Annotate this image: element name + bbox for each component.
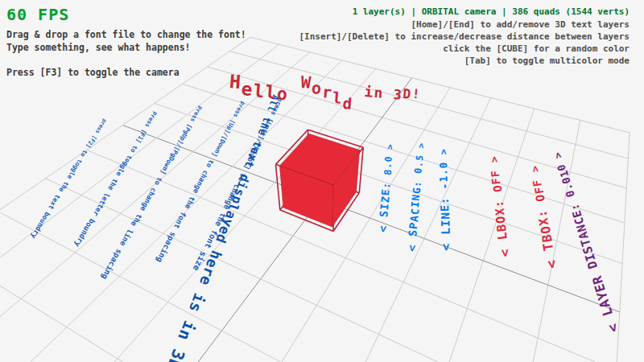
cube-wireframe	[275, 164, 279, 210]
char-3d: .	[415, 160, 424, 167]
hint-cube-color: click the [CUBE] for a random color	[299, 43, 630, 55]
status-panel: 1 layer(s) | ORBITAL camera | 386 quads …	[299, 6, 630, 67]
char-3d: !	[411, 88, 421, 101]
char-3d: Z	[380, 195, 391, 204]
char-3d	[440, 235, 452, 243]
char-3d: N	[411, 193, 422, 201]
char-3d: .	[383, 162, 394, 169]
char-3d: E	[381, 188, 392, 196]
char-3d: O	[495, 215, 508, 224]
char-3d: L	[497, 231, 510, 241]
fps-counter: 60 FPS	[6, 5, 69, 24]
char-3d: 0	[414, 167, 424, 174]
cube-wireframe	[359, 147, 363, 192]
char-3d: :	[493, 200, 506, 208]
char-3d	[416, 148, 426, 155]
char-3d: X	[494, 207, 507, 216]
hint-layers: [Home]/[End] to add/remove 3D text layer…	[299, 19, 630, 31]
char-3d: 0	[384, 155, 394, 162]
char-3d	[497, 239, 511, 249]
char-3d: 5	[415, 154, 425, 162]
char-3d: G	[412, 187, 423, 195]
char-3d	[382, 175, 393, 183]
char-3d: >	[416, 142, 426, 149]
char-3d: <	[406, 244, 418, 253]
char-3d	[407, 236, 419, 245]
char-3d: :	[382, 181, 392, 189]
char-3d: C	[410, 208, 421, 216]
char-3d: I	[379, 202, 390, 210]
char-3d: :	[440, 196, 451, 204]
char-3d: N	[440, 212, 451, 220]
char-3d: 8	[382, 168, 393, 175]
char-3d	[288, 77, 301, 95]
char-3d: 1	[439, 175, 449, 183]
char-3d: E	[440, 204, 451, 212]
char-3d: S	[378, 209, 390, 218]
char-3d: O	[492, 184, 504, 193]
char-3d: :	[412, 180, 423, 188]
option-line: < LINE: -1.0 >	[439, 148, 453, 251]
char-3d: -	[440, 183, 450, 190]
hint-multicolor: [Tab] to toggle multicolor mode	[299, 55, 630, 67]
status-line: 1 layer(s) | ORBITAL camera | 386 quads …	[299, 6, 630, 18]
char-3d: <	[440, 243, 452, 251]
char-3d: B	[496, 223, 509, 232]
char-3d: P	[408, 221, 419, 229]
char-3d: S	[407, 228, 419, 237]
char-3d: F	[491, 176, 503, 185]
char-3d	[385, 149, 394, 156]
hint-layer-distance: [Insert]/[Delete] to increase/decrease d…	[299, 31, 630, 43]
char-3d: A	[409, 214, 420, 222]
char-3d: >	[386, 143, 395, 150]
grid-line-z	[0, 250, 601, 362]
char-3d: 0	[439, 162, 449, 169]
char-3d	[378, 216, 390, 225]
grid-line-z	[0, 212, 607, 362]
char-3d: I	[411, 200, 422, 208]
char-3d	[489, 162, 501, 171]
char-3d: L	[440, 227, 452, 235]
char-3d: I	[440, 219, 451, 227]
instructions-text: Drag & drop a font file to change the fo…	[6, 29, 246, 79]
raylib-3d-text-demo-window: press [F2] to toggle the text boundrypre…	[0, 0, 644, 362]
char-3d: <	[498, 248, 512, 257]
char-3d	[413, 173, 423, 180]
char-3d: o	[276, 85, 289, 103]
char-3d: d	[342, 96, 353, 112]
char-3d: F	[490, 169, 502, 178]
char-3d	[493, 191, 505, 200]
char-3d: <	[377, 224, 389, 233]
char-3d	[439, 154, 448, 162]
char-3d: >	[439, 148, 448, 154]
char-3d: .	[439, 168, 449, 175]
char-3d: >	[489, 155, 500, 163]
char-3d	[440, 189, 451, 196]
